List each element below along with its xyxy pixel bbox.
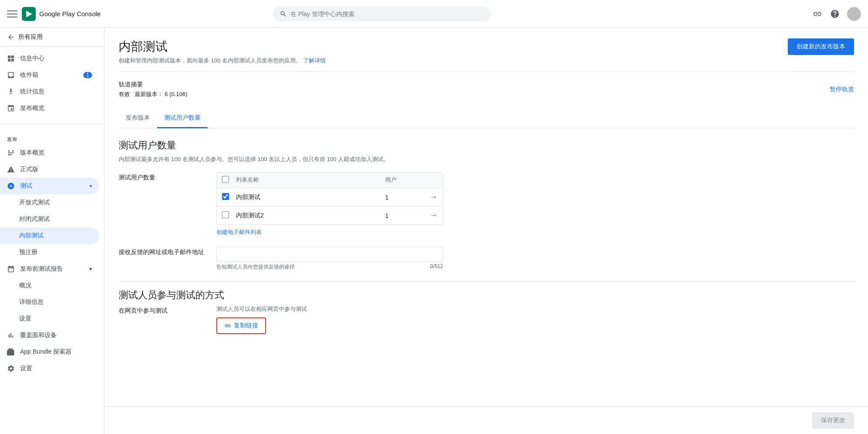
row2-check[interactable] xyxy=(222,211,236,220)
tab-releases[interactable]: 发布版本 xyxy=(119,109,157,128)
track-summary: 轨道摘要 有效 最新版本： 6 (0.106) 暂停轨道 xyxy=(119,81,854,102)
help-icon[interactable] xyxy=(830,9,840,19)
expand-icon-testing: ▾ xyxy=(89,183,92,189)
search-bar[interactable] xyxy=(273,7,491,21)
row2-arrow-icon[interactable]: → xyxy=(430,211,437,220)
row1-arrow[interactable]: → xyxy=(420,193,437,202)
sidebar-item-open-test[interactable]: 开放式测试 xyxy=(0,194,99,211)
tester-count-label: 测试用户数量 xyxy=(119,172,206,182)
participation-section: 测试人员参与测试的方式 在网页中参与测试 测试人员可以在相应网页中参与测试 复制… xyxy=(119,289,854,334)
testing-icon xyxy=(7,182,15,190)
sidebar-item-coverage[interactable]: 覆盖面和设备 xyxy=(0,327,99,344)
layout: 所有应用 信息中心 收件箱 1 统计信息 发布概览 发布 版本概览 正式版 xyxy=(0,28,868,434)
inbox-badge: 1 xyxy=(83,72,92,78)
tab-testers[interactable]: 测试用户数量 xyxy=(157,109,208,128)
link-icon[interactable] xyxy=(812,9,823,19)
feedback-input[interactable] xyxy=(216,247,443,262)
tester-table-header: 列表名称 用户 xyxy=(217,172,443,188)
copy-link-icon xyxy=(224,322,231,329)
sidebar-item-label-pre-launch: 发布前测试报告 xyxy=(20,265,63,273)
back-all-apps[interactable]: 所有应用 xyxy=(0,28,104,47)
row2-name: 内部测试2 xyxy=(236,212,385,220)
sidebar-item-testing[interactable]: 测试 ▾ xyxy=(0,178,99,194)
page-title: 内部测试 xyxy=(119,38,326,55)
menu-icon[interactable] xyxy=(7,9,17,19)
create-release-button[interactable]: 创建新的发布版本 xyxy=(788,38,854,55)
header-name-col: 列表名称 xyxy=(236,176,385,184)
feedback-field: 告知测试人员向您提供反馈的途径 0/512 xyxy=(216,247,443,271)
select-all-checkbox[interactable] xyxy=(222,176,229,183)
sidebar-item-internal-test[interactable]: 内部测试 xyxy=(0,227,99,244)
track-version-value: 6 (0.106) xyxy=(164,91,187,97)
sidebar-item-publish[interactable]: 发布概览 xyxy=(0,100,99,117)
sidebar-item-overview[interactable]: 概况 xyxy=(0,277,99,294)
tester-section-desc: 内部测试最多允许有 100 名测试人员参与。您可以选择 100 名以上人员，但只… xyxy=(119,155,854,163)
row2-checkbox[interactable] xyxy=(222,211,229,218)
copy-link-label: 复制链接 xyxy=(234,322,258,330)
track-summary-heading: 轨道摘要 xyxy=(119,81,188,89)
participation-title: 测试人员参与测试的方式 xyxy=(119,289,854,302)
header-users-col: 用户 xyxy=(385,176,420,184)
publish-icon xyxy=(7,104,15,112)
sidebar-item-stats[interactable]: 统计信息 xyxy=(0,83,99,100)
sidebar-item-sub-settings[interactable]: 设置 xyxy=(0,310,99,327)
sidebar-item-pre-register[interactable]: 预注册 xyxy=(0,244,99,261)
topbar: Google Play Console xyxy=(0,0,868,28)
expand-icon-pre-launch: ▾ xyxy=(89,266,92,272)
bundle-icon xyxy=(7,348,15,356)
search-icon xyxy=(280,10,287,18)
sidebar: 所有应用 信息中心 收件箱 1 统计信息 发布概览 发布 版本概览 正式版 xyxy=(0,28,105,434)
sidebar-item-app-bundle[interactable]: App Bundle 探索器 xyxy=(0,344,99,360)
table-row: 内部测试2 1 → xyxy=(217,207,443,224)
sidebar-item-closed-test[interactable]: 封闭式测试 xyxy=(0,211,99,227)
search-input[interactable] xyxy=(290,10,484,17)
sidebar-item-pre-launch[interactable]: 发布前测试报告 ▾ xyxy=(0,261,99,277)
sidebar-item-label-app-bundle: App Bundle 探索器 xyxy=(20,348,72,356)
sidebar-item-production[interactable]: 正式版 xyxy=(0,161,99,178)
sidebar-item-settings[interactable]: 设置 xyxy=(0,360,99,377)
page-subtitle-text: 创建和管理内部测试版本，面向最多 100 名内部测试人员发布您的应用。 xyxy=(119,57,301,64)
sidebar-item-label-publish: 发布概览 xyxy=(20,104,44,112)
track-summary-left: 轨道摘要 有效 最新版本： 6 (0.106) xyxy=(119,81,188,98)
tester-count-row: 测试用户数量 列表名称 用户 xyxy=(119,172,854,236)
row1-arrow-icon[interactable]: → xyxy=(430,193,437,202)
tester-count-field: 列表名称 用户 内部测试 1 → xyxy=(216,172,443,236)
main-content: 内部测试 创建和管理内部测试版本，面向最多 100 名内部测试人员发布您的应用。… xyxy=(105,28,868,434)
back-icon xyxy=(7,33,15,41)
row1-checkbox[interactable] xyxy=(222,193,229,200)
copy-link-button[interactable]: 复制链接 xyxy=(216,317,266,334)
row2-arrow[interactable]: → xyxy=(420,211,437,220)
header-arrow-col xyxy=(420,176,437,184)
topbar-left: Google Play Console xyxy=(7,7,112,21)
sidebar-sub-label-closed-test: 封闭式测试 xyxy=(19,215,50,223)
feedback-label: 接收反馈的网址或电子邮件地址 xyxy=(119,247,206,256)
save-changes-button[interactable]: 保存更改 xyxy=(812,412,854,429)
sidebar-item-dashboard[interactable]: 信息中心 xyxy=(0,50,99,67)
sidebar-item-inbox[interactable]: 收件箱 1 xyxy=(0,67,99,83)
sidebar-item-label-production: 正式版 xyxy=(20,165,38,173)
create-list-link[interactable]: 创建电子邮件列表 xyxy=(216,228,262,236)
pause-track-button[interactable]: 暂停轨道 xyxy=(830,83,854,96)
warning-icon xyxy=(7,165,15,173)
avatar[interactable] xyxy=(847,7,861,21)
tester-section-title: 测试用户数量 xyxy=(119,139,854,152)
topbar-right xyxy=(812,7,861,21)
bottom-bar: 保存更改 xyxy=(105,406,868,434)
sidebar-sub-label-settings: 设置 xyxy=(19,315,31,323)
row2-users: 1 xyxy=(385,212,420,219)
publish-section-label: 发布 xyxy=(0,131,104,145)
tabs: 发布版本 测试用户数量 xyxy=(119,109,854,128)
sidebar-item-version-overview[interactable]: 版本概览 xyxy=(0,145,99,161)
sidebar-item-label-settings: 设置 xyxy=(20,365,32,372)
header-check-col xyxy=(222,176,236,184)
page-header: 内部测试 创建和管理内部测试版本，面向最多 100 名内部测试人员发布您的应用。… xyxy=(119,38,854,65)
page-subtitle: 创建和管理内部测试版本，面向最多 100 名内部测试人员发布您的应用。 了解详情 xyxy=(119,57,326,65)
sidebar-item-details[interactable]: 详细信息 xyxy=(0,294,99,310)
coverage-icon xyxy=(7,331,15,339)
sidebar-sub-label-pre-register: 预注册 xyxy=(19,248,38,256)
grid-icon xyxy=(7,55,15,62)
learn-more-link[interactable]: 了解详情 xyxy=(303,57,326,64)
sidebar-sub-label-internal-test: 内部测试 xyxy=(19,232,44,240)
row1-check[interactable] xyxy=(222,193,236,201)
versions-icon xyxy=(7,149,15,157)
